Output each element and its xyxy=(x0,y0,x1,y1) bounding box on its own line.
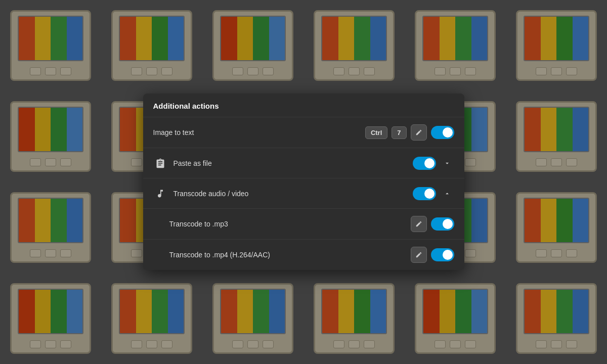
transcode-mp3-edit-button[interactable] xyxy=(411,216,427,232)
paste-as-file-row: Paste as file xyxy=(143,148,464,178)
image-to-text-label: Image to text xyxy=(153,128,365,136)
transcode-audio-video-actions xyxy=(413,187,454,201)
transcode-mp4-actions xyxy=(411,247,454,263)
pencil-icon xyxy=(415,220,422,228)
image-to-text-edit-button[interactable] xyxy=(411,124,427,141)
toggle-thumb xyxy=(424,189,435,199)
transcode-audio-video-row: Transcode audio / video xyxy=(143,178,464,209)
transcode-mp3-row: Transcode to .mp3 xyxy=(143,209,464,240)
pencil-icon xyxy=(415,251,422,258)
paste-as-file-label: Paste as file xyxy=(174,159,413,167)
pencil-icon xyxy=(415,129,422,136)
transcode-audio-video-toggle[interactable] xyxy=(413,187,436,200)
modal-title: Additional actions xyxy=(153,102,219,110)
transcode-mp4-toggle[interactable] xyxy=(431,248,454,261)
additional-actions-modal: Additional actions Image to text Ctrl 7 xyxy=(143,94,464,270)
toggle-thumb xyxy=(443,219,453,229)
paste-as-file-actions xyxy=(413,156,454,170)
transcode-mp3-label: Transcode to .mp3 xyxy=(169,220,411,228)
transcode-mp3-actions xyxy=(411,216,454,232)
toggle-thumb xyxy=(443,127,453,138)
modal-overlay: Additional actions Image to text Ctrl 7 xyxy=(0,0,607,364)
transcode-mp4-edit-button[interactable] xyxy=(411,247,427,263)
transcode-svg-icon xyxy=(155,189,165,199)
image-to-text-actions: Ctrl 7 xyxy=(365,124,454,141)
toggle-thumb xyxy=(443,250,453,260)
toggle-thumb xyxy=(424,158,435,168)
chevron-up-icon xyxy=(444,190,451,197)
paste-as-file-toggle[interactable] xyxy=(413,157,436,170)
modal-header: Additional actions xyxy=(143,94,464,117)
paste-svg-icon xyxy=(155,158,165,168)
transcode-icon xyxy=(153,187,167,201)
image-to-text-row: Image to text Ctrl 7 xyxy=(143,117,464,148)
transcode-audio-video-label: Transcode audio / video xyxy=(174,190,413,198)
transcode-mp3-toggle[interactable] xyxy=(431,217,454,231)
ctrl-badge: Ctrl xyxy=(365,126,387,139)
image-to-text-toggle[interactable] xyxy=(431,126,454,139)
seven-badge: 7 xyxy=(392,126,406,139)
transcode-mp4-label: Transcode to .mp4 (H.264/AAC) xyxy=(169,251,411,259)
chevron-down-icon xyxy=(444,160,451,167)
paste-icon xyxy=(153,156,167,170)
transcode-audio-video-chevron-button[interactable] xyxy=(440,187,454,201)
paste-as-file-chevron-button[interactable] xyxy=(440,156,454,170)
transcode-mp4-row: Transcode to .mp4 (H.264/AAC) xyxy=(143,240,464,270)
